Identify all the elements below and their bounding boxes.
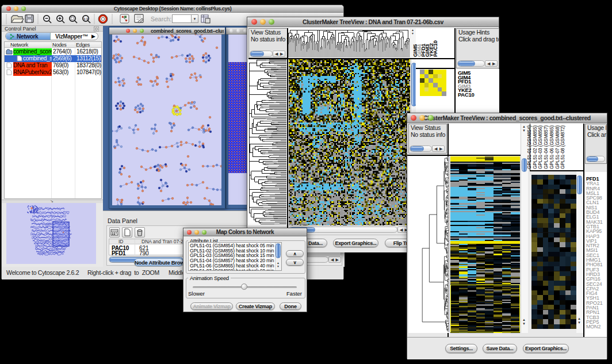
- svg-text:1:1: 1:1: [83, 17, 88, 21]
